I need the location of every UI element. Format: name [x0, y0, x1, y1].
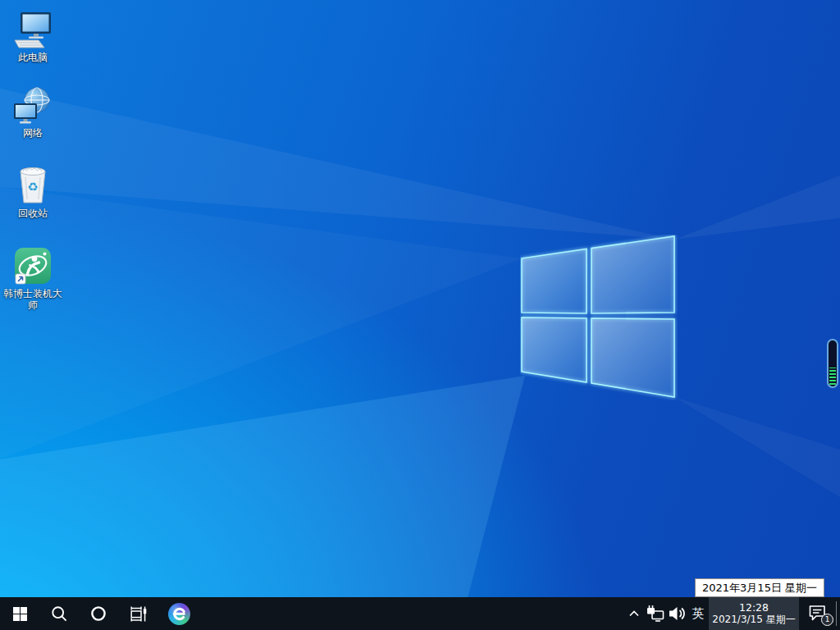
cortana-ring-icon	[90, 605, 107, 622]
side-level-indicator-fill	[829, 368, 836, 385]
notification-badge: 1	[821, 614, 833, 626]
taskbar: 英 12:28 2021/3/15 星期一 1	[0, 597, 840, 630]
this-pc-icon	[1, 8, 65, 49]
clock-time: 12:28	[739, 601, 769, 614]
search-icon	[51, 605, 68, 623]
recycle-bin-icon: ♻	[1, 164, 65, 205]
svg-text:♻: ♻	[27, 180, 38, 194]
hanboshi-app-icon	[1, 244, 65, 285]
shortcut-arrow-badge	[16, 274, 25, 284]
desktop-icon-label: 网络	[1, 127, 65, 139]
clock-date: 2021/3/15 星期一	[712, 614, 795, 626]
edge-browser-button[interactable]	[158, 597, 200, 630]
wallpaper-beam	[0, 0, 840, 630]
task-view-icon	[129, 605, 148, 623]
wallpaper-beam	[0, 0, 840, 630]
ime-language-indicator[interactable]: 英	[687, 597, 709, 630]
desktop-icon-label: 韩博士装机大师	[1, 288, 65, 311]
start-button[interactable]	[0, 597, 39, 630]
desktop-icon-label: 此电脑	[1, 52, 65, 63]
ime-label: 英	[692, 606, 705, 622]
desktop-icon-this-pc[interactable]: 此电脑	[1, 8, 65, 63]
tray-volume-button[interactable]	[666, 597, 687, 630]
windows-logo-wallpaper	[520, 235, 678, 400]
action-center-button[interactable]: 1	[801, 597, 835, 630]
date-tooltip: 2021年3月15日 星期一	[695, 578, 824, 597]
desktop-icon-network[interactable]: 网络	[1, 84, 65, 139]
tray-show-hidden-icons-button[interactable]	[623, 597, 645, 630]
edge-icon	[168, 603, 190, 625]
task-view-button[interactable]	[118, 597, 158, 630]
speaker-volume-icon	[667, 604, 687, 623]
desktop-icon-recycle-bin[interactable]: ♻ 回收站	[1, 164, 65, 219]
wallpaper-beam	[0, 0, 840, 630]
taskbar-clock[interactable]: 12:28 2021/3/15 星期一	[709, 597, 799, 630]
desktop-icon-hanboshi-app[interactable]: 韩博士装机大师	[1, 244, 65, 311]
search-button[interactable]	[39, 597, 79, 630]
tray-network-button[interactable]	[645, 597, 666, 630]
chevron-up-icon	[628, 607, 641, 620]
cortana-button[interactable]	[79, 597, 118, 630]
windows-start-icon	[13, 607, 27, 621]
ethernet-network-icon	[646, 604, 665, 623]
side-level-indicator	[827, 339, 838, 388]
desktop[interactable]: 此电脑 网	[0, 0, 840, 630]
network-icon	[1, 84, 65, 125]
show-desktop-divider[interactable]	[836, 601, 837, 626]
wallpaper-beam	[0, 0, 840, 630]
desktop-icon-label: 回收站	[1, 208, 65, 219]
wallpaper-beam	[0, 0, 840, 630]
